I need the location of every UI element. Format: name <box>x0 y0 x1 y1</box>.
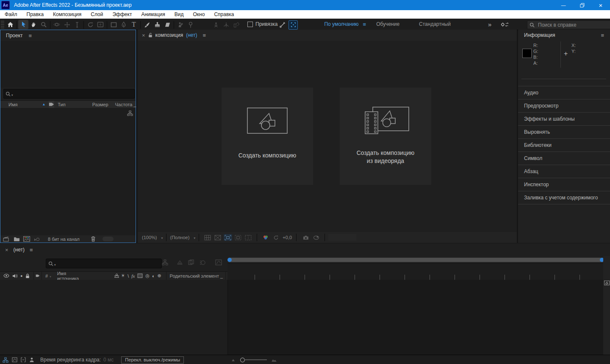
close-button[interactable]: × <box>591 0 610 10</box>
zoom-in-mountain-icon[interactable] <box>271 358 277 362</box>
transparency-grid-button[interactable] <box>203 234 212 241</box>
column-label-icon-cell[interactable] <box>49 101 54 108</box>
sort-ascending-icon[interactable]: ▲ <box>42 102 45 106</box>
draft-3d-icon[interactable] <box>177 259 183 265</box>
reset-exposure-button[interactable] <box>272 234 280 241</box>
motion-blur-column-icon[interactable]: ◎ <box>145 273 150 279</box>
workspace-tab-default[interactable]: По умолчанию <box>320 19 363 30</box>
dropdown-caret-icon[interactable]: ▾ <box>194 236 195 240</box>
timeline-layer-list-area[interactable] <box>0 280 228 355</box>
delete-item-button[interactable] <box>89 236 97 243</box>
flowchart-status-icon[interactable] <box>3 357 8 363</box>
world-axis-mode-button[interactable] <box>221 20 231 29</box>
graph-editor-icon[interactable] <box>215 259 222 265</box>
three-d-layer-icon[interactable]: ⊕ <box>158 273 161 279</box>
new-composition-from-footage-card[interactable]: Создать композицию из видеоряда <box>340 88 431 185</box>
workspace-overflow-button[interactable]: » <box>488 21 491 28</box>
adjustment-layer-icon[interactable]: ◐ <box>152 273 155 279</box>
graph-status-icon[interactable] <box>12 357 17 362</box>
orbit-camera-tool[interactable] <box>52 20 62 29</box>
menu-edit[interactable]: Правка <box>22 10 49 19</box>
project-item-list[interactable] <box>0 108 136 235</box>
help-search-input[interactable] <box>537 22 602 28</box>
menu-view[interactable]: Вид <box>170 10 189 19</box>
comp-marker-bin-icon[interactable] <box>604 281 610 285</box>
help-search[interactable] <box>527 20 610 29</box>
column-source-name[interactable]: Имя источника <box>57 271 82 281</box>
timeline-tab[interactable]: (нет) <box>14 247 25 253</box>
project-search-field[interactable]: ▾ <box>3 89 135 99</box>
text-tool[interactable]: T <box>129 20 139 29</box>
workspace-tab-standard[interactable]: Стандартный <box>415 19 455 30</box>
audio-icon[interactable] <box>12 273 17 279</box>
menu-composition[interactable]: Композиция <box>48 10 86 19</box>
project-search-input[interactable] <box>14 91 122 97</box>
panel-libraries[interactable]: Библиотеки <box>518 139 610 152</box>
new-folder-button[interactable] <box>12 236 21 243</box>
roto-brush-tool[interactable] <box>175 20 186 29</box>
new-composition-card[interactable]: Создать композицию <box>222 88 313 185</box>
column-parent[interactable]: Родительский элемент _ <box>170 273 223 279</box>
zoom-tool[interactable] <box>39 20 49 29</box>
panel-inspector[interactable]: Инспектор <box>518 178 610 191</box>
search-caret-icon[interactable]: ▾ <box>54 263 56 267</box>
interpret-footage-button[interactable] <box>2 236 11 243</box>
effects-icon[interactable]: fx <box>131 273 135 279</box>
column-rate[interactable]: Частота _ <box>115 102 136 107</box>
magnification-dropdown[interactable]: (100%) <box>142 235 157 240</box>
eraser-tool[interactable] <box>162 20 172 29</box>
panel-audio[interactable]: Аудио <box>518 86 610 99</box>
mask-visibility-button[interactable] <box>214 234 222 241</box>
column-type[interactable]: Тип <box>58 102 65 107</box>
menu-effect[interactable]: Эффект <box>108 10 136 19</box>
brackets-status-icon[interactable] <box>21 357 26 362</box>
minimize-button[interactable]: — <box>554 0 573 10</box>
snap-options-button[interactable] <box>277 20 288 29</box>
menu-file[interactable]: Файл <box>0 10 22 19</box>
zoom-slider-track[interactable] <box>244 359 267 360</box>
search-caret-icon[interactable]: ▾ <box>11 94 13 97</box>
composition-mini-flowchart-icon[interactable] <box>162 259 168 265</box>
brush-tool[interactable] <box>142 20 152 29</box>
workspace-tab-learn[interactable]: Обучение <box>372 19 404 30</box>
timeline-search-field[interactable]: ▾ <box>46 259 162 268</box>
workspace-switcher-button[interactable] <box>499 20 510 29</box>
tab-close-icon[interactable]: × <box>5 247 8 253</box>
project-tab[interactable]: Проект <box>6 33 23 39</box>
quality-icon[interactable]: \ <box>128 273 129 279</box>
panel-paragraph[interactable]: Абзац <box>518 165 610 178</box>
info-tab[interactable]: Информация <box>524 32 555 38</box>
collapse-transformations-icon[interactable]: ☀ <box>121 273 125 279</box>
puppet-pin-tool[interactable] <box>186 20 196 29</box>
timeline-zoom-scrollbar[interactable] <box>227 257 604 262</box>
proportional-grid-button[interactable] <box>244 234 252 241</box>
view-axis-mode-button[interactable] <box>231 20 241 29</box>
panel-preview[interactable]: Предпросмотр <box>518 99 610 113</box>
solo-icon[interactable]: ● <box>20 274 22 278</box>
rectangle-tool[interactable] <box>108 20 119 29</box>
column-name[interactable]: Имя <box>8 102 17 107</box>
bit-depth-label[interactable]: 8 бит на канал <box>48 237 80 242</box>
scrollbar-left-handle[interactable] <box>227 258 232 262</box>
menu-animation[interactable]: Анимация <box>136 10 169 19</box>
camera-frame-tool[interactable] <box>95 20 105 29</box>
composition-tab[interactable]: композиция <box>155 32 183 38</box>
info-panel-menu-icon[interactable]: ≡ <box>601 32 604 39</box>
panel-grip[interactable] <box>1 21 4 29</box>
timeline-search-input[interactable] <box>57 261 152 267</box>
timeline-zoom-slider[interactable] <box>240 358 267 362</box>
local-axis-mode-button[interactable] <box>211 20 221 29</box>
zoom-out-mountain-icon[interactable] <box>231 358 236 361</box>
snapping-toggle[interactable]: Привязка <box>247 21 277 27</box>
menu-help[interactable]: Справка <box>209 10 238 19</box>
panel-content-aware-fill[interactable]: Заливка с учетом содержимого <box>518 191 610 204</box>
timeline-panel-menu-icon[interactable]: ≡ <box>30 247 33 253</box>
guides-button[interactable] <box>234 234 242 241</box>
show-snapshot-button[interactable] <box>312 234 320 241</box>
dolly-camera-tool[interactable] <box>72 20 82 29</box>
selection-tool[interactable] <box>18 20 28 29</box>
user-status-icon[interactable] <box>29 357 34 362</box>
eye-icon[interactable] <box>3 274 9 278</box>
snap-to-features-button[interactable] <box>288 20 298 30</box>
column-size[interactable]: Размер <box>92 102 108 107</box>
